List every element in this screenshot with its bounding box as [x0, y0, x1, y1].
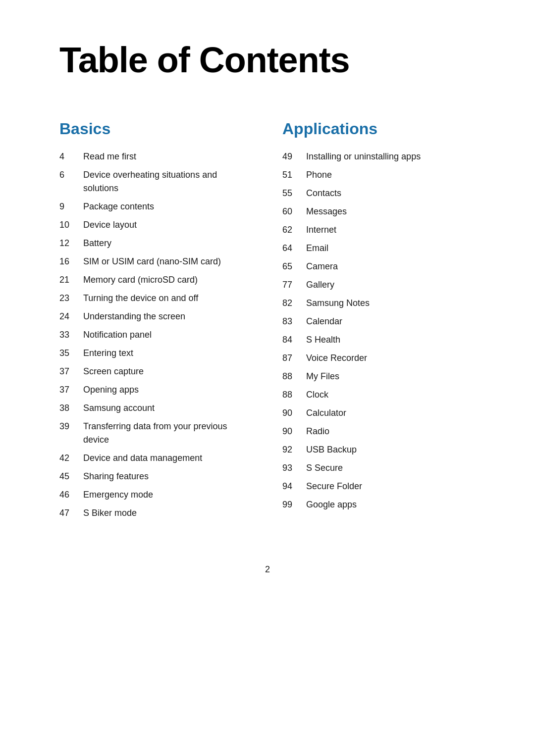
list-item: 47S Biker mode [59, 506, 253, 520]
toc-number: 39 [59, 420, 83, 433]
list-item: 49Installing or uninstalling apps [282, 150, 476, 163]
toc-number: 9 [59, 200, 83, 213]
toc-text: Notification panel [83, 328, 152, 342]
list-item: 90Calculator [282, 406, 476, 420]
list-item: 62Internet [282, 223, 476, 237]
toc-number: 4 [59, 150, 83, 163]
toc-number: 45 [59, 470, 83, 483]
toc-number: 82 [282, 297, 306, 310]
basics-list: 4Read me first6Device overheating situat… [59, 150, 253, 520]
toc-text: S Biker mode [83, 506, 137, 520]
list-item: 92USB Backup [282, 443, 476, 456]
toc-number: 87 [282, 352, 306, 365]
toc-text: Entering text [83, 347, 133, 360]
list-item: 35Entering text [59, 347, 253, 360]
toc-number: 93 [282, 461, 306, 475]
toc-number: 47 [59, 506, 83, 520]
toc-number: 33 [59, 328, 83, 342]
toc-number: 49 [282, 150, 306, 163]
toc-text: Memory card (microSD card) [83, 273, 198, 287]
list-item: 84S Health [282, 333, 476, 347]
toc-number: 12 [59, 237, 83, 250]
toc-number: 37 [59, 365, 83, 378]
toc-text: Email [306, 242, 328, 255]
list-item: 83Calendar [282, 315, 476, 328]
list-item: 55Contacts [282, 187, 476, 200]
toc-text: Opening apps [83, 383, 139, 397]
toc-text: Installing or uninstalling apps [306, 150, 421, 163]
toc-number: 77 [282, 278, 306, 292]
toc-number: 35 [59, 347, 83, 360]
list-item: 93S Secure [282, 461, 476, 475]
list-item: 90Radio [282, 425, 476, 438]
toc-number: 90 [282, 406, 306, 420]
list-item: 23Turning the device on and off [59, 292, 253, 305]
toc-number: 16 [59, 255, 83, 268]
list-item: 12Battery [59, 237, 253, 250]
list-item: 16SIM or USIM card (nano-SIM card) [59, 255, 253, 268]
toc-text: Contacts [306, 187, 341, 200]
list-item: 77Gallery [282, 278, 476, 292]
toc-text: S Secure [306, 461, 343, 475]
list-item: 37Opening apps [59, 383, 253, 397]
toc-number: 51 [282, 168, 306, 182]
toc-text: Transferring data from your previous dev… [83, 420, 253, 447]
toc-number: 23 [59, 292, 83, 305]
toc-text: Emergency mode [83, 488, 153, 502]
list-item: 64Email [282, 242, 476, 255]
toc-text: Battery [83, 237, 111, 250]
applications-heading: Applications [282, 120, 476, 138]
toc-columns: Basics 4Read me first6Device overheating… [59, 120, 476, 525]
toc-text: Understanding the screen [83, 310, 185, 323]
toc-number: 62 [282, 223, 306, 237]
toc-text: Messages [306, 205, 347, 218]
list-item: 10Device layout [59, 218, 253, 232]
toc-text: S Health [306, 333, 340, 347]
page-title: Table of Contents [59, 40, 476, 80]
toc-text: Samsung Notes [306, 297, 370, 310]
toc-text: Sharing features [83, 470, 149, 483]
toc-text: Internet [306, 223, 336, 237]
toc-number: 21 [59, 273, 83, 287]
toc-number: 83 [282, 315, 306, 328]
toc-text: Gallery [306, 278, 334, 292]
toc-number: 24 [59, 310, 83, 323]
toc-text: Device and data management [83, 452, 202, 465]
toc-text: Camera [306, 260, 338, 273]
toc-number: 92 [282, 443, 306, 456]
list-item: 24Understanding the screen [59, 310, 253, 323]
toc-number: 42 [59, 452, 83, 465]
toc-text: Turning the device on and off [83, 292, 198, 305]
toc-text: Voice Recorder [306, 352, 367, 365]
toc-number: 60 [282, 205, 306, 218]
toc-text: Secure Folder [306, 480, 362, 493]
list-item: 33Notification panel [59, 328, 253, 342]
toc-number: 46 [59, 488, 83, 502]
basics-column: Basics 4Read me first6Device overheating… [59, 120, 253, 525]
toc-text: Phone [306, 168, 332, 182]
toc-text: SIM or USIM card (nano-SIM card) [83, 255, 221, 268]
toc-number: 10 [59, 218, 83, 232]
list-item: 37Screen capture [59, 365, 253, 378]
toc-text: Calendar [306, 315, 342, 328]
list-item: 99Google apps [282, 498, 476, 511]
list-item: 82Samsung Notes [282, 297, 476, 310]
toc-number: 37 [59, 383, 83, 397]
toc-number: 99 [282, 498, 306, 511]
toc-number: 90 [282, 425, 306, 438]
toc-text: Device layout [83, 218, 137, 232]
page-number: 2 [59, 564, 476, 575]
toc-number: 38 [59, 402, 83, 415]
list-item: 87Voice Recorder [282, 352, 476, 365]
list-item: 42Device and data management [59, 452, 253, 465]
toc-text: Device overheating situations and soluti… [83, 168, 253, 195]
toc-text: My Files [306, 370, 339, 383]
toc-number: 65 [282, 260, 306, 273]
list-item: 51Phone [282, 168, 476, 182]
applications-list: 49Installing or uninstalling apps51Phone… [282, 150, 476, 511]
toc-text: Screen capture [83, 365, 144, 378]
toc-text: Clock [306, 388, 328, 402]
toc-text: Google apps [306, 498, 357, 511]
list-item: 9Package contents [59, 200, 253, 213]
list-item: 88My Files [282, 370, 476, 383]
